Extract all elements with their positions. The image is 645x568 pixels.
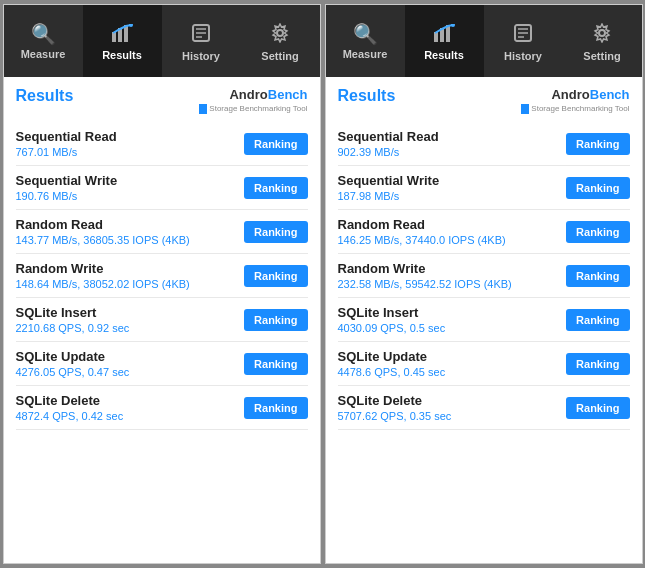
result-info-2: Random Read143.77 MB/s, 36805.35 IOPS (4…	[16, 217, 245, 246]
panel-0: 🔍MeasureResultsHistorySettingResultsAndr…	[3, 4, 321, 564]
result-name: Sequential Read	[338, 129, 567, 144]
result-row: Sequential Write190.76 MB/sRanking	[16, 166, 308, 210]
ranking-button[interactable]: Ranking	[244, 221, 307, 243]
result-info-1: Sequential Write190.76 MB/s	[16, 173, 245, 202]
ranking-button[interactable]: Ranking	[244, 265, 307, 287]
result-info-1: Sequential Write187.98 MB/s	[338, 173, 567, 202]
result-row: Sequential Write187.98 MB/sRanking	[338, 166, 630, 210]
history-icon	[513, 23, 533, 46]
brand-logo: AndroBenchStorage Benchmarking Tool	[521, 87, 629, 114]
result-row: Random Write232.58 MB/s, 59542.52 IOPS (…	[338, 254, 630, 298]
ranking-button[interactable]: Ranking	[244, 309, 307, 331]
ranking-button[interactable]: Ranking	[566, 221, 629, 243]
result-name: Random Write	[338, 261, 567, 276]
results-content: ResultsAndroBenchStorage Benchmarking To…	[4, 77, 320, 563]
ranking-button[interactable]: Ranking	[244, 353, 307, 375]
result-name: Sequential Write	[16, 173, 245, 188]
ranking-button[interactable]: Ranking	[244, 177, 307, 199]
ranking-button[interactable]: Ranking	[566, 265, 629, 287]
result-row: Random Write148.64 MB/s, 38052.02 IOPS (…	[16, 254, 308, 298]
ranking-button[interactable]: Ranking	[566, 177, 629, 199]
result-row: SQLite Delete5707.62 QPS, 0.35 secRankin…	[338, 386, 630, 430]
result-name: SQLite Delete	[16, 393, 245, 408]
nav-label-setting: Setting	[261, 50, 298, 62]
svg-point-3	[129, 24, 133, 27]
svg-point-17	[599, 30, 605, 36]
brand-andro: Andro	[551, 87, 589, 102]
ranking-button[interactable]: Ranking	[566, 353, 629, 375]
brand-subtitle: Storage Benchmarking Tool	[199, 104, 307, 114]
setting-icon	[270, 23, 290, 46]
result-value: 232.58 MB/s, 59542.52 IOPS (4KB)	[338, 278, 567, 290]
result-value: 4872.4 QPS, 0.42 sec	[16, 410, 245, 422]
results-title: Results	[338, 87, 396, 105]
result-row: SQLite Update4478.6 QPS, 0.45 secRanking	[338, 342, 630, 386]
measure-icon: 🔍	[31, 24, 56, 44]
ranking-button[interactable]: Ranking	[244, 133, 307, 155]
nav-bar: 🔍MeasureResultsHistorySetting	[4, 5, 320, 77]
setting-icon	[592, 23, 612, 46]
nav-item-measure[interactable]: 🔍Measure	[326, 5, 405, 77]
result-info-6: SQLite Delete4872.4 QPS, 0.42 sec	[16, 393, 245, 422]
result-value: 190.76 MB/s	[16, 190, 245, 202]
brand-subtitle: Storage Benchmarking Tool	[521, 104, 629, 114]
result-info-5: SQLite Update4478.6 QPS, 0.45 sec	[338, 349, 567, 378]
result-name: Random Read	[16, 217, 245, 232]
content-header: ResultsAndroBenchStorage Benchmarking To…	[338, 87, 630, 114]
ranking-button[interactable]: Ranking	[566, 133, 629, 155]
results-icon	[433, 24, 455, 45]
svg-point-12	[451, 24, 455, 27]
result-value: 146.25 MB/s, 37440.0 IOPS (4KB)	[338, 234, 567, 246]
result-name: Random Read	[338, 217, 567, 232]
result-row: SQLite Insert2210.68 QPS, 0.92 secRankin…	[16, 298, 308, 342]
ranking-button[interactable]: Ranking	[244, 397, 307, 419]
result-value: 2210.68 QPS, 0.92 sec	[16, 322, 245, 334]
ranking-button[interactable]: Ranking	[566, 309, 629, 331]
nav-label-results: Results	[102, 49, 142, 61]
brand-bench: Bench	[268, 87, 308, 102]
brand-logo: AndroBenchStorage Benchmarking Tool	[199, 87, 307, 114]
nav-label-history: History	[182, 50, 220, 62]
nav-label-measure: Measure	[343, 48, 388, 60]
nav-item-results[interactable]: Results	[83, 5, 162, 77]
nav-item-results[interactable]: Results	[405, 5, 484, 77]
result-row: SQLite Delete4872.4 QPS, 0.42 secRanking	[16, 386, 308, 430]
result-row: Sequential Read902.39 MB/sRanking	[338, 122, 630, 166]
result-value: 902.39 MB/s	[338, 146, 567, 158]
result-name: SQLite Insert	[16, 305, 245, 320]
nav-item-setting[interactable]: Setting	[241, 5, 320, 77]
results-title: Results	[16, 87, 74, 105]
nav-item-measure[interactable]: 🔍Measure	[4, 5, 83, 77]
result-row: SQLite Update4276.05 QPS, 0.47 secRankin…	[16, 342, 308, 386]
nav-item-history[interactable]: History	[162, 5, 241, 77]
result-name: SQLite Delete	[338, 393, 567, 408]
result-info-0: Sequential Read767.01 MB/s	[16, 129, 245, 158]
result-value: 187.98 MB/s	[338, 190, 567, 202]
content-header: ResultsAndroBenchStorage Benchmarking To…	[16, 87, 308, 114]
result-value: 5707.62 QPS, 0.35 sec	[338, 410, 567, 422]
result-name: SQLite Insert	[338, 305, 567, 320]
svg-point-8	[277, 30, 283, 36]
result-row: Random Read146.25 MB/s, 37440.0 IOPS (4K…	[338, 210, 630, 254]
nav-label-setting: Setting	[583, 50, 620, 62]
nav-bar: 🔍MeasureResultsHistorySetting	[326, 5, 642, 77]
results-icon	[111, 24, 133, 45]
nav-label-history: History	[504, 50, 542, 62]
result-row: Sequential Read767.01 MB/sRanking	[16, 122, 308, 166]
measure-icon: 🔍	[353, 24, 378, 44]
ranking-button[interactable]: Ranking	[566, 397, 629, 419]
result-name: Sequential Write	[338, 173, 567, 188]
nav-item-history[interactable]: History	[484, 5, 563, 77]
panel-1: 🔍MeasureResultsHistorySettingResultsAndr…	[325, 4, 643, 564]
nav-item-setting[interactable]: Setting	[563, 5, 642, 77]
result-value: 4030.09 QPS, 0.5 sec	[338, 322, 567, 334]
brand-icon	[521, 104, 529, 114]
history-icon	[191, 23, 211, 46]
nav-label-results: Results	[424, 49, 464, 61]
app-container: 🔍MeasureResultsHistorySettingResultsAndr…	[3, 4, 643, 564]
result-row: SQLite Insert4030.09 QPS, 0.5 secRanking	[338, 298, 630, 342]
result-value: 148.64 MB/s, 38052.02 IOPS (4KB)	[16, 278, 245, 290]
result-info-6: SQLite Delete5707.62 QPS, 0.35 sec	[338, 393, 567, 422]
result-info-2: Random Read146.25 MB/s, 37440.0 IOPS (4K…	[338, 217, 567, 246]
result-name: Random Write	[16, 261, 245, 276]
